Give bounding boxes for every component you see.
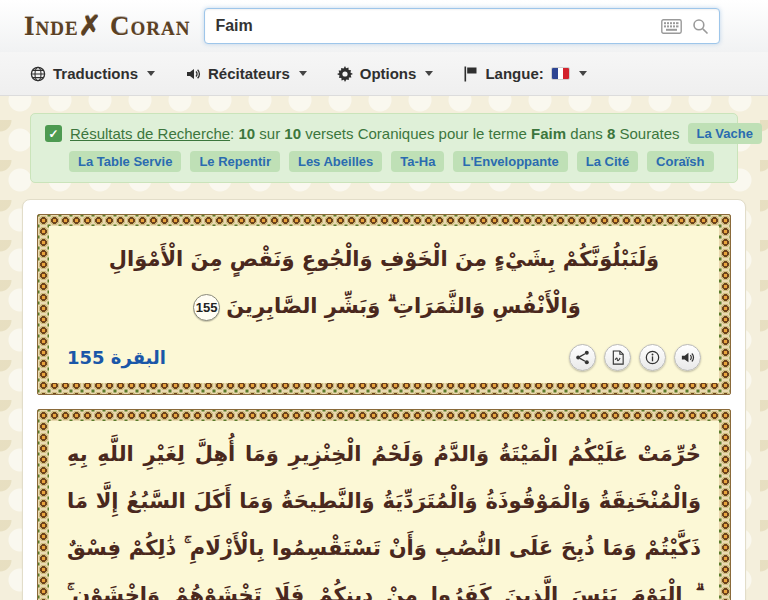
search-icon[interactable] <box>692 18 709 35</box>
info-button[interactable] <box>639 344 666 371</box>
search-input[interactable] <box>215 17 651 35</box>
flag-icon <box>463 66 478 82</box>
results-banner: ✓ Résultats de Recherche: 10 sur 10 vers… <box>30 113 738 183</box>
verse-card-inner: حُرِّمَتْ عَلَيْكُمُ الْمَيْتَةُ وَالدَّ… <box>49 421 719 600</box>
navbar: Traductions Récitateurs Options Langue: <box>0 52 768 96</box>
verse-arabic-text: حُرِّمَتْ عَلَيْكُمُ الْمَيْتَةُ وَالدَّ… <box>67 431 701 600</box>
nav-traductions-label: Traductions <box>53 65 138 82</box>
surah-badge[interactable]: La Cité <box>577 151 638 172</box>
pdf-icon <box>611 350 625 365</box>
chevron-down-icon <box>579 71 587 76</box>
verse-number-badge: 155 <box>193 294 220 321</box>
surah-badge[interactable]: Coraïsh <box>647 151 713 172</box>
surah-badge[interactable]: Le Repentir <box>190 151 280 172</box>
surah-badge[interactable]: La Table Servie <box>69 151 181 172</box>
verse-footer: البقرة 155 <box>67 344 701 371</box>
french-flag-icon <box>551 67 570 80</box>
verse-card-inner: وَلَنَبْلُوَنَّكُمْ بِشَيْءٍ مِنَ الْخَو… <box>49 226 719 383</box>
surah-badge[interactable]: L'Enveloppante <box>453 151 567 172</box>
nav-langue-label: Langue: <box>485 65 543 82</box>
globe-icon <box>30 66 46 82</box>
surah-reference-link[interactable]: البقرة 155 <box>67 347 166 368</box>
audio-icon <box>680 350 695 365</box>
verses-container: وَلَنَبْلُوَنَّكُمْ بِشَيْءٍ مِنَ الْخَو… <box>22 199 746 600</box>
chevron-down-icon <box>299 71 307 76</box>
verse-card: حُرِّمَتْ عَلَيْكُمُ الْمَيْتَةُ وَالدَّ… <box>37 409 731 600</box>
nav-recitateurs[interactable]: Récitateurs <box>185 65 307 82</box>
nav-recitateurs-label: Récitateurs <box>208 65 290 82</box>
audio-button[interactable] <box>674 344 701 371</box>
header: Inde✗ Coran <box>0 0 768 52</box>
gear-icon <box>337 66 353 82</box>
surah-badge[interactable]: Ta-Ha <box>391 151 444 172</box>
surah-badge[interactable]: Les Abeilles <box>289 151 382 172</box>
site-logo[interactable]: Inde✗ Coran <box>24 10 190 42</box>
nav-options-label: Options <box>360 65 417 82</box>
keyboard-icon[interactable] <box>661 19 682 34</box>
verse-card: وَلَنَبْلُوَنَّكُمْ بِشَيْءٍ مِنَ الْخَو… <box>37 214 731 395</box>
nav-langue[interactable]: Langue: <box>463 65 586 82</box>
chevron-down-icon <box>425 71 433 76</box>
results-title-link[interactable]: Résultats de Recherche <box>70 125 230 142</box>
results-summary: Résultats de Recherche: 10 sur 10 verset… <box>70 125 680 142</box>
verse-arabic-text: وَلَنَبْلُوَنَّكُمْ بِشَيْءٍ مِنَ الْخَو… <box>67 236 701 330</box>
share-icon <box>575 350 590 365</box>
chevron-down-icon <box>147 71 155 76</box>
speaker-icon <box>185 66 201 82</box>
surah-badge[interactable]: La Vache <box>688 123 762 144</box>
verse-actions <box>569 344 701 371</box>
results-banner-line1: ✓ Résultats de Recherche: 10 sur 10 vers… <box>45 123 723 144</box>
search-box[interactable] <box>204 8 720 44</box>
checkbox-checked-icon: ✓ <box>45 125 62 142</box>
pdf-button[interactable] <box>604 344 631 371</box>
results-banner-line2: La Table Servie Le Repentir Les Abeilles… <box>69 151 723 172</box>
main-content: ✓ Résultats de Recherche: 10 sur 10 vers… <box>0 96 768 600</box>
share-button[interactable] <box>569 344 596 371</box>
nav-options[interactable]: Options <box>337 65 434 82</box>
nav-traductions[interactable]: Traductions <box>30 65 155 82</box>
info-icon <box>645 350 660 365</box>
